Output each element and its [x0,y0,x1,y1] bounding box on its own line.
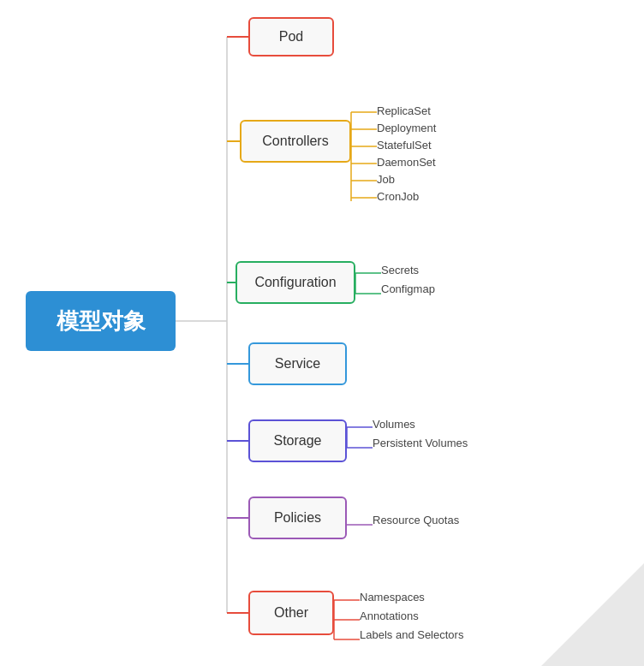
branch-label-controllers: Controllers [262,134,328,149]
branch-node-pod: Pod [248,17,334,56]
branch-label-policies: Policies [274,510,321,526]
branch-label-other: Other [274,605,308,621]
leaf-node-other-1: Annotations [360,610,419,622]
leaf-node-controllers-5: CronJob [377,190,419,203]
leaf-node-other-0: Namespaces [360,591,425,604]
branch-node-other: Other [248,591,334,635]
leaf-node-storage-0: Volumes [373,418,415,431]
branch-label-pod: Pod [279,29,303,45]
leaf-node-controllers-2: StatefulSet [377,139,432,152]
branch-label-service: Service [275,356,320,372]
leaf-node-configuration-0: Secrets [381,264,419,277]
branch-label-configuration: Configuration [254,275,336,290]
diagram-container: 模型对象 PodControllersReplicaSetDeploymentS… [0,0,644,666]
leaf-node-storage-1: Persistent Volumes [373,437,468,449]
leaf-node-controllers-1: Deployment [377,122,436,134]
root-label: 模型对象 [57,306,146,336]
branch-label-storage: Storage [273,433,321,449]
branch-node-configuration: Configuration [236,261,355,304]
root-node: 模型对象 [26,291,176,351]
branch-node-service: Service [248,342,347,385]
leaf-node-configuration-1: Configmap [381,282,435,295]
branch-node-policies: Policies [248,497,347,539]
leaf-node-controllers-4: Job [377,173,395,186]
leaf-node-controllers-0: ReplicaSet [377,104,431,117]
corner-decoration [541,563,644,666]
leaf-node-other-2: Labels and Selectors [360,628,463,641]
leaf-node-policies-0: Resource Quotas [373,514,459,526]
branch-node-controllers: Controllers [240,120,351,163]
branch-node-storage: Storage [248,419,347,462]
leaf-node-controllers-3: DaemonSet [377,156,436,169]
